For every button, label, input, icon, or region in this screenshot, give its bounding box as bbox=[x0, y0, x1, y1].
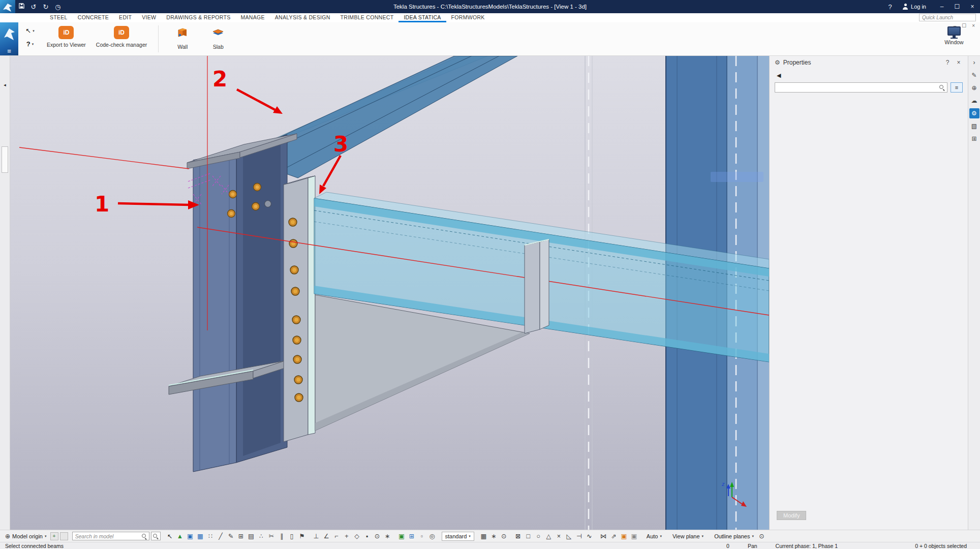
tab-concrete[interactable]: CONCRETE bbox=[73, 13, 114, 22]
export-to-viewer-button[interactable]: iD Export to Viewer bbox=[42, 22, 91, 55]
mdi-close-icon[interactable]: × bbox=[972, 23, 975, 28]
help-icon[interactable]: ? bbox=[884, 3, 896, 11]
select-views-filter-icon[interactable]: ∿ bbox=[585, 532, 594, 541]
view-plane-dropdown[interactable]: View plane ▾ bbox=[669, 532, 707, 541]
modify-button[interactable]: Modify bbox=[777, 511, 806, 520]
flag-icon[interactable]: ⚑ bbox=[297, 532, 307, 541]
select-surfaces-filter-icon[interactable]: △ bbox=[544, 532, 554, 541]
restore-button[interactable]: ☐ bbox=[950, 0, 965, 13]
reference-models-icon[interactable]: ▧ bbox=[969, 121, 979, 131]
plane-type-button[interactable] bbox=[60, 532, 68, 540]
snap-geometry-icon[interactable]: ▣ bbox=[186, 532, 195, 541]
model-viewport[interactable]: 1 2 3 z bbox=[10, 56, 769, 530]
back-button[interactable]: ◀ bbox=[774, 71, 784, 80]
model-search-input[interactable] bbox=[72, 532, 149, 540]
snap-settings-dropdown[interactable]: standard ▾ bbox=[442, 532, 474, 541]
select-cuts-filter-icon[interactable]: ⊣ bbox=[574, 532, 584, 541]
code-check-manager-button[interactable]: iD Code-check manager bbox=[91, 22, 152, 55]
drawing-grid-icon[interactable]: ▦ bbox=[479, 532, 488, 541]
auto-dropdown[interactable]: Auto ▾ bbox=[644, 532, 665, 541]
fly-mode-icon[interactable]: ⇗ bbox=[609, 532, 619, 541]
component-icon[interactable]: ▣ bbox=[397, 532, 407, 541]
model-origin-dropdown[interactable]: ⊕ Model origin ▾ bbox=[3, 533, 49, 540]
tab-idea-statica[interactable]: IDEA STATICA bbox=[399, 13, 446, 22]
snap-line-icon[interactable]: ╱ bbox=[216, 532, 226, 541]
select-tool-button[interactable]: ↖ ▾ bbox=[25, 27, 34, 35]
select-points-filter-icon[interactable]: ○ bbox=[534, 532, 543, 541]
pen-icon[interactable]: ✎ bbox=[969, 70, 979, 80]
quick-launch-input[interactable] bbox=[919, 14, 976, 21]
snap-intersection-icon[interactable]: + bbox=[342, 532, 352, 541]
beam-stiffener[interactable] bbox=[525, 239, 549, 333]
tab-drawings-reports[interactable]: DRAWINGS & REPORTS bbox=[161, 13, 235, 22]
cloud-icon[interactable]: ☁ bbox=[969, 96, 979, 106]
close-button[interactable]: × bbox=[965, 0, 980, 13]
list-view-button[interactable]: ≡ bbox=[951, 82, 963, 93]
report-icon[interactable]: ▯ bbox=[287, 532, 297, 541]
properties-help-icon[interactable]: ? bbox=[943, 59, 952, 66]
trim-icon[interactable]: ✂ bbox=[267, 532, 277, 541]
left-column[interactable] bbox=[187, 134, 297, 472]
select-cursor-icon[interactable]: ↖ bbox=[165, 532, 175, 541]
collapse-panel-icon[interactable]: › bbox=[969, 57, 979, 68]
grid-snap-icon[interactable]: ⊞ bbox=[407, 532, 417, 541]
application-menu[interactable]: ≡ bbox=[0, 22, 18, 55]
history-icon[interactable]: ◷ bbox=[52, 3, 64, 11]
components-icon[interactable]: ⊞ bbox=[969, 134, 979, 144]
slab-button[interactable]: Slab bbox=[200, 22, 236, 55]
visibility-icon[interactable]: ⊙ bbox=[499, 532, 509, 541]
tekla-logo-icon[interactable] bbox=[0, 0, 15, 13]
tab-manage[interactable]: MANAGE bbox=[235, 13, 269, 22]
selection-box-icon[interactable]: ▫ bbox=[417, 532, 427, 541]
smart-select-icon[interactable]: ∗ bbox=[489, 532, 499, 541]
trimble-connect-icon[interactable]: ⊕ bbox=[969, 83, 979, 93]
mdi-restore-icon[interactable]: ☐ bbox=[962, 23, 966, 28]
tab-steel[interactable]: STEEL bbox=[45, 13, 73, 22]
login-button[interactable]: Log in bbox=[902, 4, 926, 10]
tab-edit[interactable]: EDIT bbox=[114, 13, 137, 22]
minimize-button[interactable]: – bbox=[934, 0, 950, 13]
select-parts-filter-icon[interactable]: □ bbox=[524, 532, 533, 541]
work-area-icon[interactable]: ▣ bbox=[619, 532, 629, 541]
grid-plane-icon[interactable]: ▤ bbox=[247, 532, 256, 541]
split-icon[interactable]: ∥ bbox=[277, 532, 287, 541]
render-options-icon[interactable]: ▣ bbox=[629, 532, 639, 541]
wall-button[interactable]: Wall bbox=[165, 22, 200, 55]
snap-center-icon[interactable]: ⊙ bbox=[373, 532, 382, 541]
properties-search-input[interactable] bbox=[775, 82, 947, 93]
snap-midpoint-icon[interactable]: ◇ bbox=[352, 532, 362, 541]
phase-filter-icon[interactable]: ⋈ bbox=[599, 532, 608, 541]
add-plane-button[interactable]: + bbox=[50, 532, 58, 540]
tab-analysis-design[interactable]: ANALYSIS & DESIGN bbox=[270, 13, 335, 22]
snap-grid-icon[interactable]: ▦ bbox=[196, 532, 205, 541]
grid-icon[interactable]: ⊞ bbox=[236, 532, 246, 541]
undo-icon[interactable]: ↺ bbox=[27, 3, 40, 11]
properties-gear-icon[interactable]: ⚙ bbox=[969, 108, 979, 118]
visibility-eye-icon[interactable]: ⊙ bbox=[757, 532, 767, 541]
snap-points-icon[interactable]: ▲ bbox=[175, 532, 185, 541]
3d-scene[interactable]: 1 2 3 z bbox=[10, 56, 769, 530]
save-icon[interactable] bbox=[15, 3, 27, 11]
snap-angle-icon[interactable]: ∠ bbox=[322, 532, 331, 541]
snap-endpoint-icon[interactable]: ▪ bbox=[362, 532, 372, 541]
collapse-left-icon[interactable]: ◂ bbox=[0, 82, 10, 87]
tab-trimble-connect[interactable]: TRIMBLE CONNECT bbox=[335, 13, 399, 22]
select-none-filter-icon[interactable]: × bbox=[554, 532, 564, 541]
hamburger-menu-icon[interactable]: ≡ bbox=[0, 47, 18, 55]
outline-planes-dropdown[interactable]: Outline planes ▾ bbox=[711, 532, 757, 541]
left-scrollbar-thumb[interactable] bbox=[2, 146, 8, 173]
freehand-icon[interactable]: ✎ bbox=[226, 532, 236, 541]
search-options-button[interactable] bbox=[151, 532, 161, 540]
snap-perpendicular-icon[interactable]: ⊥ bbox=[312, 532, 321, 541]
snap-extension-icon[interactable]: ⌐ bbox=[332, 532, 342, 541]
redo-icon[interactable]: ↻ bbox=[40, 3, 52, 11]
point-grid-icon[interactable]: ∴ bbox=[257, 532, 266, 541]
snap-any-icon[interactable]: ∗ bbox=[383, 532, 392, 541]
tab-view[interactable]: VIEW bbox=[137, 13, 161, 22]
tab-formwork[interactable]: FORMWORK bbox=[446, 13, 490, 22]
help-tool-button[interactable]: ? ▾ bbox=[26, 40, 34, 48]
snap-dots-icon[interactable]: ∷ bbox=[206, 532, 216, 541]
select-all-filter-icon[interactable]: ⊠ bbox=[513, 532, 523, 541]
properties-close-icon[interactable]: × bbox=[955, 59, 963, 66]
select-welds-filter-icon[interactable]: ◺ bbox=[564, 532, 574, 541]
